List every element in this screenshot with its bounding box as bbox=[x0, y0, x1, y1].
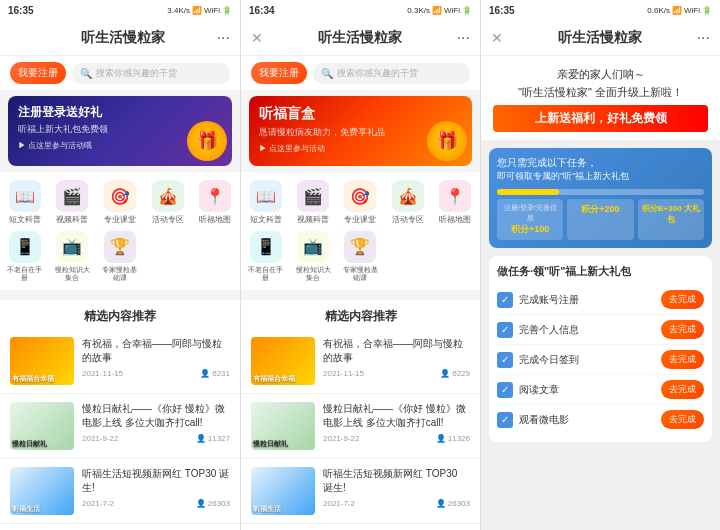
icon-collection-1[interactable]: 📺 慢粒知识大集合 bbox=[52, 231, 94, 283]
search-input-1[interactable]: 🔍 搜索你感兴趣的干货 bbox=[72, 63, 230, 84]
icon-course-2[interactable]: 🎯 专业课堂 bbox=[340, 180, 381, 225]
icon-video-1[interactable]: 🎬 视频科普 bbox=[52, 180, 94, 225]
icon-handbook-lbl-2: 不老自在手册 bbox=[245, 266, 286, 283]
icon-collection-2[interactable]: 📺 慢粒知识大集合 bbox=[292, 231, 333, 283]
phone-panel-3: 16:35 0.6K/s 📶 WiFi 🔋 ✕ 听生活慢粒家 ··· 亲爱的家人… bbox=[480, 0, 720, 530]
content-title-2-1: 有祝福，合幸福——阿郎与慢粒的故事 bbox=[323, 337, 470, 365]
phone-panel-2: 16:34 0.3K/s 📶 WiFi 🔋 ✕ 听生活慢粒家 ··· 我要注册 … bbox=[240, 0, 480, 530]
content-info-2-2: 慢粒日献礼——《你好 慢粒》微电影上线 多位大咖齐打call! 2021-9-2… bbox=[323, 402, 470, 450]
icon-activity-lbl-2: 活动专区 bbox=[392, 215, 424, 225]
task-btn-1[interactable]: 去完成 bbox=[661, 290, 704, 309]
battery-icon-3: 🔋 bbox=[702, 6, 712, 15]
content-meta-1-1: 2021-11-15 👤 6231 bbox=[82, 369, 230, 378]
icon-course-img-2: 🎯 bbox=[344, 180, 376, 212]
banner-sub-2: 恳请慢粒病友助力，免费享礼品 bbox=[259, 126, 385, 139]
icon-expert-1[interactable]: 🏆 专家慢粒基础课 bbox=[99, 231, 141, 283]
banner-text-1: 注册登录送好礼 听福上新大礼包免费领 ▶ 点这里参与活动哦 bbox=[18, 104, 108, 151]
content-item-2-1[interactable]: 有福福合幸福 有祝福，合幸福——阿郎与慢粒的故事 2021-11-15 👤 62… bbox=[241, 329, 480, 394]
search-input-2[interactable]: 🔍 搜索你感兴趣的干货 bbox=[313, 63, 470, 84]
task-btn-5[interactable]: 去完成 bbox=[661, 410, 704, 429]
content-item-2-2[interactable]: 慢粒日献礼 慢粒日献礼——《你好 慢粒》微电影上线 多位大咖齐打call! 20… bbox=[241, 394, 480, 459]
content-title-1-2: 慢粒日献礼——《你好 慢粒》微电影上线 多位大咖齐打call! bbox=[82, 402, 230, 430]
banner-gift-1: 🎁 bbox=[187, 121, 227, 161]
icon-expert-lbl-2: 专家慢粒基础课 bbox=[340, 266, 381, 283]
content-info-1-1: 有祝福，合幸福——阿郎与慢粒的故事 2021-11-15 👤 6231 bbox=[82, 337, 230, 385]
content-views-2-3: 👤 26303 bbox=[436, 499, 470, 508]
icon-handbook-img-2: 📱 bbox=[250, 231, 282, 263]
icon-activity-1[interactable]: 🎪 活动专区 bbox=[147, 180, 189, 225]
icon-expert-2[interactable]: 🏆 专家慢粒基础课 bbox=[340, 231, 381, 283]
icon-video-img-2: 🎬 bbox=[297, 180, 329, 212]
close-button-2[interactable]: ✕ bbox=[251, 30, 263, 46]
banner-gift-2: 🎁 bbox=[427, 121, 467, 161]
progress-box-1-lbl: 注册/登录/完善信息 bbox=[501, 203, 559, 223]
content-item-1-1[interactable]: 有福福合幸福 有祝福，合幸福——阿郎与慢粒的故事 2021-11-15 👤 62… bbox=[0, 329, 240, 394]
progress-boxes: 注册/登录/完善信息 积分+100 积分+200 积分B+300 大礼包 bbox=[497, 199, 704, 240]
banner-main-2: 听福盲盒 bbox=[259, 104, 385, 124]
thumb-text-2-1: 有福福合幸福 bbox=[253, 375, 313, 383]
icon-course-1[interactable]: 🎯 专业课堂 bbox=[99, 180, 141, 225]
close-button-3[interactable]: ✕ bbox=[491, 30, 503, 46]
content-item-1-2[interactable]: 慢粒日献礼 慢粒日献礼——《你好 慢粒》微电影上线 多位大咖齐打call! 20… bbox=[0, 394, 240, 459]
icon-short-article-2[interactable]: 📖 短文科普 bbox=[245, 180, 286, 225]
progress-box-3: 积分B+300 大礼包 bbox=[638, 199, 704, 240]
task-item-5: ✓ 观看微电影 去完成 bbox=[497, 405, 704, 434]
banner-2[interactable]: 听福盲盒 恳请慢粒病友助力，免费享礼品 ▶ 点这里参与活动 🎁 bbox=[249, 96, 472, 166]
register-button-2[interactable]: 我要注册 bbox=[251, 62, 307, 84]
task-name-2: 完善个人信息 bbox=[519, 323, 655, 337]
progress-bar-bg bbox=[497, 189, 704, 195]
network-speed-1: 3.4K/s bbox=[167, 6, 190, 15]
content-item-2-3[interactable]: 昕福生活 听福生活短视频新网红 TOP30 诞生! 2021-7-2 👤 263… bbox=[241, 459, 480, 524]
app-header-1: 听生活慢粒家 ··· bbox=[0, 20, 240, 56]
more-button-1[interactable]: ··· bbox=[217, 29, 230, 47]
icon-activity-lbl-1: 活动专区 bbox=[152, 215, 184, 225]
content-date-1-1: 2021-11-15 bbox=[82, 369, 123, 378]
icon-p2-2 bbox=[435, 231, 476, 283]
banner-action-1: ▶ 点这里参与活动哦 bbox=[18, 140, 108, 151]
icon-activity-2[interactable]: 🎪 活动专区 bbox=[387, 180, 428, 225]
icon-map-1[interactable]: 📍 听福地图 bbox=[194, 180, 236, 225]
icon-handbook-1[interactable]: 📱 不老自在手册 bbox=[4, 231, 46, 283]
content-meta-2-2: 2021-9-22 👤 11326 bbox=[323, 434, 470, 443]
icons-grid-2: 📖 短文科普 🎬 视频科普 🎯 专业课堂 🎪 活动专区 📍 听福地图 📱 不老自… bbox=[241, 172, 480, 290]
task-check-2: ✓ bbox=[497, 322, 513, 338]
content-info-2-1: 有祝福，合幸福——阿郎与慢粒的故事 2021-11-15 👤 6229 bbox=[323, 337, 470, 385]
content-date-2-1: 2021-11-15 bbox=[323, 369, 364, 378]
more-button-2[interactable]: ··· bbox=[457, 29, 470, 47]
content-title-2-3: 听福生活短视频新网红 TOP30 诞生! bbox=[323, 467, 470, 495]
icon-short-article-1[interactable]: 📖 短文科普 bbox=[4, 180, 46, 225]
content-item-1-3[interactable]: 昕福生活 听福生活短视频新网红 TOP30 诞生! 2021-7-2 👤 263… bbox=[0, 459, 240, 524]
content-views-2-1: 👤 6229 bbox=[440, 369, 470, 378]
more-button-3[interactable]: ··· bbox=[697, 29, 710, 47]
icon-video-2[interactable]: 🎬 视频科普 bbox=[292, 180, 333, 225]
task-check-4: ✓ bbox=[497, 382, 513, 398]
content-date-1-3: 2021-7-2 bbox=[82, 499, 114, 508]
task-btn-2[interactable]: 去完成 bbox=[661, 320, 704, 339]
content-item-2-footer[interactable]: "听生活慢粒家"会员使用指南 bbox=[241, 524, 480, 530]
search-icon-1: 🔍 bbox=[80, 68, 92, 79]
icon-expert-img-1: 🏆 bbox=[104, 231, 136, 263]
icon-course-lbl-2: 专业课堂 bbox=[344, 215, 376, 225]
task-btn-4[interactable]: 去完成 bbox=[661, 380, 704, 399]
progress-section: 您只需完成以下任务， 即可领取专属的"听"福上新大礼包 注册/登录/完善信息 积… bbox=[489, 148, 712, 248]
content-meta-1-3: 2021-7-2 👤 26303 bbox=[82, 499, 230, 508]
content-meta-1-2: 2021-9-22 👤 11327 bbox=[82, 434, 230, 443]
icon-collection-lbl-1: 慢粒知识大集合 bbox=[52, 266, 94, 283]
icon-map-2[interactable]: 📍 听福地图 bbox=[435, 180, 476, 225]
register-button-1[interactable]: 我要注册 bbox=[10, 62, 66, 84]
task-check-3: ✓ bbox=[497, 352, 513, 368]
free-badge: 上新送福利，好礼免费领 bbox=[493, 105, 708, 132]
icon-handbook-img-1: 📱 bbox=[9, 231, 41, 263]
task-item-3: ✓ 完成今日签到 去完成 bbox=[497, 345, 704, 375]
icon-handbook-2[interactable]: 📱 不老自在手册 bbox=[245, 231, 286, 283]
content-item-1-footer[interactable]: "听生活慢粒家"会员使用指南 bbox=[0, 524, 240, 530]
icon-short-article-img-2: 📖 bbox=[250, 180, 282, 212]
thumb-2-3: 昕福生活 bbox=[251, 467, 315, 515]
progress-box-2: 积分+200 bbox=[567, 199, 633, 240]
icons-grid-1: 📖 短文科普 🎬 视频科普 🎯 专业课堂 🎪 活动专区 📍 听福地图 📱 不老自… bbox=[0, 172, 240, 290]
welcome-box: 亲爱的家人们呐～ "听生活慢粒家" 全面升级上新啦！ 上新送福利，好礼免费领 bbox=[481, 56, 720, 140]
task-btn-3[interactable]: 去完成 bbox=[661, 350, 704, 369]
banner-1[interactable]: 注册登录送好礼 听福上新大礼包免费领 ▶ 点这里参与活动哦 🎁 bbox=[8, 96, 232, 166]
wifi-icon-1: WiFi bbox=[204, 6, 220, 15]
icon-handbook-lbl-1: 不老自在手册 bbox=[4, 266, 46, 283]
